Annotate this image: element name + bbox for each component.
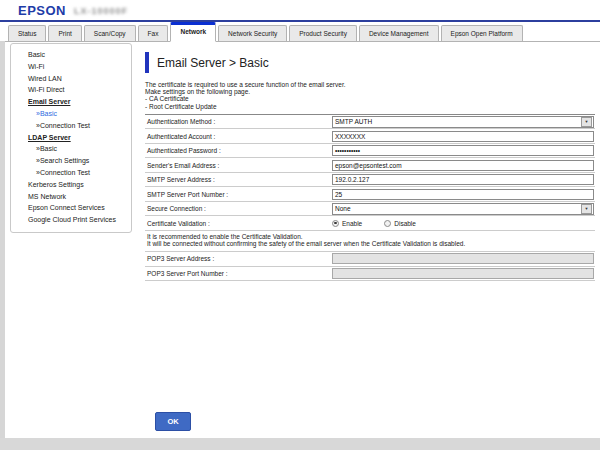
- description-line: The certificate is required to use a sec…: [145, 81, 595, 88]
- selected-value: None: [333, 204, 580, 214]
- printer-model-name: LX-10000F: [74, 6, 128, 16]
- network-sidebar: Basic Wi-Fi Wired LAN Wi-Fi Direct Email…: [10, 43, 132, 233]
- title-accent-bar: [145, 52, 149, 73]
- sidebar-section-email-server[interactable]: Email Server: [11, 96, 131, 108]
- sidebar-item-wifi-direct[interactable]: Wi-Fi Direct: [11, 84, 131, 96]
- form-row-certificate-validation: Certificate Validation : Enable Disable: [145, 216, 595, 231]
- sidebar-item-email-server-basic[interactable]: »Basic: [11, 108, 131, 120]
- field-label: Authenticated Password :: [145, 147, 332, 154]
- field-label: Certificate Validation :: [145, 220, 332, 227]
- disable-radio[interactable]: [384, 220, 391, 227]
- form-row-smtp-port: SMTP Server Port Number : 25: [145, 187, 595, 202]
- field-label: Secure Connection :: [145, 205, 332, 212]
- main-content: Email Server > Basic The certificate is …: [145, 52, 595, 281]
- field-label: Authentication Method :: [145, 118, 332, 125]
- tab-print[interactable]: Print: [48, 25, 81, 41]
- description-line: - Root Certificate Update: [145, 103, 595, 110]
- ok-button[interactable]: OK: [155, 412, 191, 431]
- chevron-down-icon[interactable]: ▼: [581, 204, 592, 214]
- form-row-smtp-server-address: SMTP Server Address : 192.0.2.127: [145, 173, 595, 188]
- secure-connection-select[interactable]: None ▼: [332, 203, 594, 215]
- smtp-port-input[interactable]: 25: [332, 189, 594, 200]
- disable-radio-label: Disable: [394, 220, 416, 227]
- tab-product-security[interactable]: Product Security: [289, 25, 357, 41]
- tab-network[interactable]: Network: [170, 22, 216, 42]
- authentication-method-select[interactable]: SMTP AUTH ▼: [332, 116, 594, 128]
- form-row-authenticated-account: Authenticated Account : XXXXXXX: [145, 129, 595, 144]
- bottom-margin-strip: [0, 438, 600, 450]
- selected-value: SMTP AUTH: [333, 117, 580, 127]
- form-row-pop3-port: POP3 Server Port Number :: [145, 267, 595, 282]
- field-label: POP3 Server Port Number :: [145, 270, 332, 277]
- note-line: It is recommended to enable the Certific…: [147, 233, 595, 241]
- main-tab-bar: Status Print Scan/Copy Fax Network Netwo…: [0, 22, 600, 42]
- page-title-row: Email Server > Basic: [145, 52, 595, 74]
- sidebar-item-google-cloud-print-services[interactable]: Google Cloud Print Services: [11, 214, 131, 226]
- sidebar-item-basic[interactable]: Basic: [11, 49, 131, 61]
- email-server-form: Authentication Method : SMTP AUTH ▼ Auth…: [145, 114, 595, 281]
- smtp-server-address-input[interactable]: 192.0.2.127: [332, 174, 594, 185]
- form-row-pop3-server-address: POP3 Server Address :: [145, 252, 595, 267]
- certificate-validation-radio-group: Enable Disable: [332, 220, 438, 227]
- form-row-authenticated-password: Authenticated Password : •••••••••••: [145, 144, 595, 159]
- field-label: Authenticated Account :: [145, 133, 332, 140]
- tab-device-management[interactable]: Device Management: [359, 25, 439, 41]
- authenticated-password-input[interactable]: •••••••••••: [332, 145, 594, 156]
- field-label: SMTP Server Address :: [145, 176, 332, 183]
- field-label: Sender's Email Address :: [145, 162, 332, 169]
- page-description: The certificate is required to use a sec…: [145, 81, 595, 110]
- enable-radio[interactable]: [332, 220, 339, 227]
- description-line: - CA Certificate: [145, 95, 595, 102]
- sidebar-item-ms-network[interactable]: MS Network: [11, 191, 131, 203]
- pop3-port-input: [332, 268, 594, 279]
- sidebar-item-ldap-search-settings[interactable]: »Search Settings: [11, 155, 131, 167]
- sidebar-item-kerberos-settings[interactable]: Kerberos Settings: [11, 179, 131, 191]
- sidebar-item-email-server-connection-test[interactable]: »Connection Test: [11, 120, 131, 132]
- authenticated-account-input[interactable]: XXXXXXX: [332, 131, 594, 142]
- chevron-down-icon[interactable]: ▼: [581, 117, 592, 127]
- sidebar-item-wifi[interactable]: Wi-Fi: [11, 61, 131, 73]
- left-margin-strip: [0, 41, 5, 450]
- field-label: POP3 Server Address :: [145, 255, 332, 262]
- sidebar-section-ldap-server[interactable]: LDAP Server: [11, 132, 131, 144]
- sidebar-item-ldap-basic[interactable]: »Basic: [11, 143, 131, 155]
- form-row-sender-email: Sender's Email Address : epson@epsontest…: [145, 158, 595, 173]
- certificate-validation-note: It is recommended to enable the Certific…: [145, 231, 595, 252]
- tab-network-security[interactable]: Network Security: [218, 25, 287, 41]
- sidebar-item-wired-lan[interactable]: Wired LAN: [11, 73, 131, 85]
- pop3-server-address-input: [332, 253, 594, 264]
- app-header: EPSON LX-10000F: [0, 0, 600, 20]
- form-row-authentication-method: Authentication Method : SMTP AUTH ▼: [145, 115, 595, 130]
- tab-fax[interactable]: Fax: [138, 25, 169, 41]
- tab-scan-copy[interactable]: Scan/Copy: [84, 25, 136, 41]
- tab-epson-open-platform[interactable]: Epson Open Platform: [441, 25, 523, 41]
- epson-logo: EPSON: [18, 3, 66, 18]
- sidebar-item-epson-connect-services[interactable]: Epson Connect Services: [11, 202, 131, 214]
- field-label: SMTP Server Port Number :: [145, 191, 332, 198]
- form-row-secure-connection: Secure Connection : None ▼: [145, 202, 595, 217]
- sidebar-item-ldap-connection-test[interactable]: »Connection Test: [11, 167, 131, 179]
- enable-radio-label: Enable: [342, 220, 362, 227]
- sender-email-input[interactable]: epson@epsontest.com: [332, 160, 594, 171]
- page-title: Email Server > Basic: [157, 52, 269, 74]
- tab-status[interactable]: Status: [8, 25, 46, 41]
- note-line: It will be connected without confirming …: [147, 240, 595, 248]
- description-line: Make settings on the following page.: [145, 88, 595, 95]
